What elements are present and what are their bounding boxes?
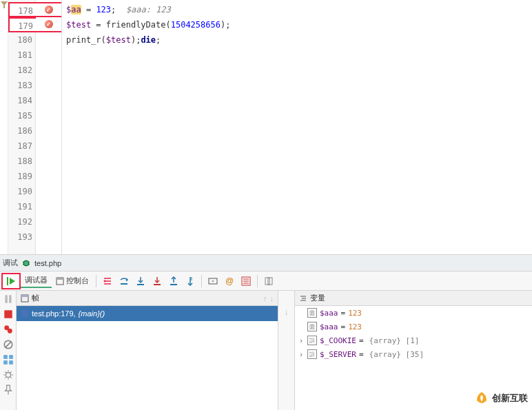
frames-icon (21, 294, 29, 303)
step-into-button[interactable] (133, 274, 148, 289)
svg-point-34 (6, 373, 10, 378)
watch-down-button[interactable]: ↓ (285, 307, 289, 317)
breakpoint-column[interactable] (36, 0, 62, 254)
debug-panel: 调试 test.php 调试器 控制台 = @ (0, 255, 532, 410)
console-subtab[interactable]: 控制台 (52, 274, 93, 287)
show-execution-point-button[interactable] (100, 274, 115, 289)
vars-icon (299, 294, 307, 303)
variable-row[interactable]: ›詚$_COOKIE = {array} [1] (295, 334, 532, 347)
layout-button[interactable] (3, 354, 14, 365)
step-over-button[interactable] (116, 274, 132, 289)
svg-point-27 (7, 329, 12, 334)
line-number-gutter[interactable]: 1781791801811821831841851861871881891901… (8, 0, 36, 254)
vars-header: 变量 (295, 291, 532, 306)
view-breakpoints-button[interactable] (3, 324, 14, 335)
svg-text:=: = (212, 279, 214, 283)
console-icon (56, 277, 64, 285)
frame-function: {main}() (79, 309, 105, 318)
run-to-cursor-button[interactable] (183, 274, 198, 289)
svg-point-0 (23, 260, 29, 266)
frames-panel: 帧 ↑ ↓ test.php:179, {main}() (17, 291, 278, 410)
settings-button[interactable] (3, 369, 14, 380)
bug-icon (22, 259, 30, 267)
svg-rect-30 (3, 355, 8, 359)
svg-text:@: @ (225, 276, 234, 286)
svg-rect-22 (268, 278, 272, 285)
php-file-icon (21, 309, 29, 318)
code-editor: 1781791801811821831841851861871881891901… (0, 0, 532, 255)
svg-rect-24 (9, 295, 11, 303)
debug-toolbar: 调试器 控制台 = @ (0, 271, 532, 291)
stop-button[interactable] (3, 309, 14, 320)
pin-panel-button[interactable] (3, 385, 14, 396)
variable-row[interactable]: ›詚$_SERVER = {array} [35] (295, 347, 532, 361)
svg-rect-37 (21, 310, 28, 317)
frame-file: test.php:179, (32, 309, 76, 318)
settings-debug-button[interactable] (238, 274, 254, 289)
resume-button[interactable] (1, 273, 21, 289)
debugger-subtab[interactable]: 调试器 (21, 274, 52, 288)
vars-title: 变量 (310, 293, 325, 303)
at-sign-button[interactable]: @ (222, 274, 237, 289)
pause-button[interactable] (3, 294, 14, 305)
variable-row[interactable]: 圆$aaa = 123 (295, 320, 532, 334)
svg-rect-25 (4, 310, 12, 318)
debug-side-toolbar (0, 291, 17, 410)
debug-body: 帧 ↑ ↓ test.php:179, {main}() ↓ (0, 291, 532, 410)
svg-rect-33 (9, 360, 13, 365)
frame-prev-button[interactable]: ↑ (263, 294, 267, 303)
svg-rect-36 (21, 295, 28, 297)
step-out-button[interactable] (166, 274, 181, 289)
debug-tab-label[interactable]: 调试 (3, 258, 18, 268)
frames-title: 帧 (32, 293, 39, 303)
force-step-into-button[interactable] (150, 274, 165, 289)
svg-rect-31 (9, 355, 13, 359)
svg-rect-7 (57, 278, 63, 280)
watermark: 创新互联 (474, 391, 528, 406)
debug-tab-strip: 调试 test.php (0, 255, 532, 271)
pin-button[interactable] (261, 274, 276, 289)
frame-next-button[interactable]: ↓ (270, 294, 274, 303)
breakpoint-icon[interactable] (45, 20, 53, 28)
breakpoint-icon[interactable] (45, 6, 53, 14)
debug-file-label[interactable]: test.php (34, 259, 61, 267)
vars-side-toolbar: ↓ (278, 291, 295, 410)
svg-rect-32 (3, 360, 8, 365)
evaluate-expression-button[interactable]: = (205, 274, 221, 289)
variable-row[interactable]: 圆$aaa = 123 (295, 306, 532, 320)
frames-header: 帧 ↑ ↓ (17, 291, 278, 306)
code-content[interactable]: $aa = 123; $aaa: 123$test = friendlyDate… (62, 0, 532, 254)
svg-rect-5 (7, 277, 8, 285)
frame-row[interactable]: test.php:179, {main}() (17, 306, 278, 321)
watermark-logo-icon (474, 391, 489, 406)
filter-column[interactable] (0, 0, 8, 254)
svg-rect-21 (265, 278, 269, 285)
svg-rect-23 (5, 295, 7, 303)
svg-line-29 (5, 341, 11, 347)
mute-breakpoints-button[interactable] (3, 339, 14, 350)
